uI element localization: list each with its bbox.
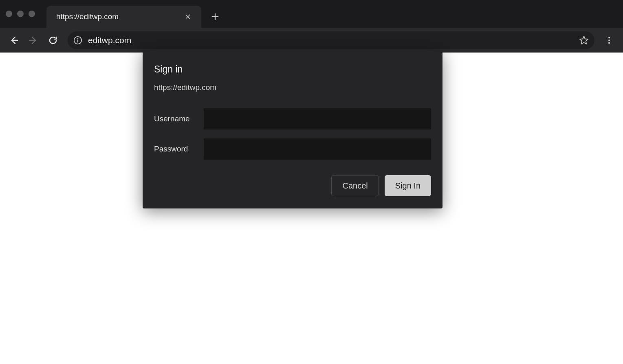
bookmark-star-icon[interactable] bbox=[579, 35, 589, 45]
sign-in-button[interactable]: Sign In bbox=[385, 175, 431, 196]
username-input[interactable] bbox=[204, 108, 431, 129]
browser-tab[interactable]: https://editwp.com bbox=[46, 6, 201, 28]
dialog-button-row: Cancel Sign In bbox=[154, 175, 431, 196]
svg-point-1 bbox=[77, 38, 79, 39]
browser-chrome: https://editwp.com editwp.com bbox=[0, 0, 623, 53]
tab-strip: https://editwp.com bbox=[46, 0, 226, 28]
forward-button[interactable] bbox=[24, 31, 42, 49]
new-tab-button[interactable] bbox=[205, 6, 226, 27]
svg-point-2 bbox=[608, 37, 610, 38]
http-auth-dialog: Sign in https://editwp.com Username Pass… bbox=[143, 50, 442, 208]
minimize-window-button[interactable] bbox=[17, 11, 24, 17]
toolbar: editwp.com bbox=[0, 28, 623, 53]
username-row: Username bbox=[154, 108, 431, 129]
dialog-title: Sign in bbox=[154, 64, 431, 75]
maximize-window-button[interactable] bbox=[29, 11, 35, 17]
password-row: Password bbox=[154, 138, 431, 160]
username-label: Username bbox=[154, 114, 204, 123]
dialog-origin: https://editwp.com bbox=[154, 83, 431, 92]
address-bar-url-text: editwp.com bbox=[88, 35, 573, 45]
back-button[interactable] bbox=[5, 31, 23, 49]
cancel-button[interactable]: Cancel bbox=[331, 175, 379, 196]
close-window-button[interactable] bbox=[6, 11, 12, 17]
browser-menu-button[interactable] bbox=[600, 31, 618, 49]
window-controls bbox=[6, 11, 35, 17]
info-icon[interactable] bbox=[73, 36, 82, 45]
titlebar: https://editwp.com bbox=[0, 0, 623, 28]
svg-point-3 bbox=[608, 39, 610, 41]
address-bar[interactable]: editwp.com bbox=[68, 31, 594, 49]
close-tab-icon[interactable] bbox=[183, 11, 193, 22]
svg-point-4 bbox=[608, 42, 610, 44]
reload-button[interactable] bbox=[44, 31, 62, 49]
tab-title: https://editwp.com bbox=[56, 12, 119, 21]
password-label: Password bbox=[154, 145, 204, 153]
password-input[interactable] bbox=[204, 138, 431, 160]
